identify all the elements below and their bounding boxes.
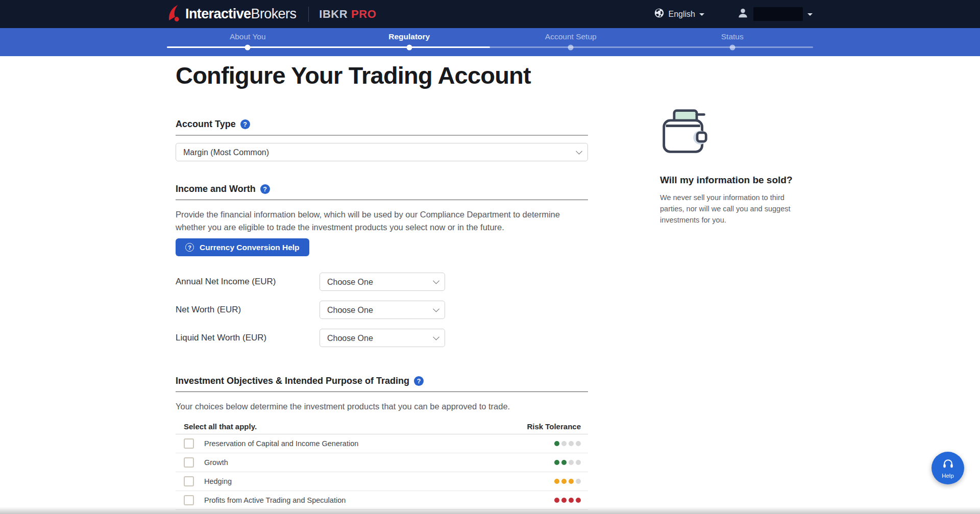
objective-label: Growth — [204, 458, 228, 467]
step-status[interactable]: Status — [721, 32, 744, 41]
risk-dot — [576, 441, 581, 446]
field-label: Annual Net Income (EUR) — [176, 277, 320, 287]
objective-row: Preservation of Capital and Income Gener… — [176, 434, 588, 453]
risk-tolerance-dots — [554, 498, 581, 503]
annual-net-income-eur--select[interactable]: Choose One — [320, 273, 445, 291]
currency-conversion-help-button[interactable]: ? Currency Conversion Help — [176, 238, 309, 256]
risk-dot — [561, 441, 567, 446]
income-field-row: Liquid Net Worth (EUR)Choose One — [176, 329, 588, 347]
objectives-section: Investment Objectives & Intended Purpose… — [176, 376, 588, 510]
objectives-table-body: Preservation of Capital and Income Gener… — [176, 434, 588, 510]
objectives-label: Investment Objectives & Intended Purpose… — [176, 376, 409, 386]
risk-dot — [554, 460, 559, 465]
page-title: Configure Your Trading Account — [176, 61, 588, 89]
risk-dot — [561, 479, 567, 484]
step-about-you[interactable]: About You — [230, 32, 266, 41]
language-label: English — [669, 10, 695, 19]
income-worth-help-icon[interactable]: ? — [260, 184, 270, 194]
risk-tolerance-dots — [554, 441, 581, 446]
plan-badge: IBKRPRO — [319, 8, 376, 21]
user-name-redacted — [753, 7, 803, 21]
step-dot — [729, 44, 735, 50]
risk-tolerance-dots — [554, 460, 581, 465]
risk-dot — [569, 498, 574, 503]
objectives-table-header: Select all that apply. Risk Tolerance — [176, 419, 588, 434]
account-type-select[interactable]: Margin (Most Common) — [176, 143, 588, 161]
step-account-setup[interactable]: Account Setup — [545, 32, 597, 41]
risk-dot — [576, 498, 581, 503]
objective-row: Growth — [176, 453, 588, 472]
language-selector[interactable]: English — [654, 8, 704, 20]
objective-row: Profits from Active Trading and Speculat… — [176, 491, 588, 510]
step-regulatory[interactable]: Regulatory — [388, 32, 430, 41]
user-icon — [737, 7, 749, 21]
risk-tolerance-dots — [554, 479, 581, 484]
language-caret-icon — [699, 13, 704, 16]
risk-dot — [554, 498, 559, 503]
risk-dot — [554, 441, 559, 446]
help-button[interactable]: Help — [932, 452, 964, 484]
page-content: Configure Your Trading Account Account T… — [176, 56, 808, 510]
select-all-header: Select all that apply. — [184, 422, 257, 431]
brand-wordmark: InteractiveBrokers — [185, 6, 296, 22]
income-field-row: Net Worth (EUR)Choose One — [176, 301, 588, 319]
top-navbar: InteractiveBrokers IBKRPRO English — [0, 0, 980, 28]
objectives-description: Your choices below determine the investm… — [176, 400, 588, 413]
risk-dot — [576, 479, 581, 484]
risk-dot — [576, 460, 581, 465]
step-dot — [568, 44, 574, 50]
brand-flame-icon — [167, 4, 180, 24]
sidebar-heading: Will my information be sold? — [660, 175, 803, 186]
step-dot — [406, 44, 412, 50]
progress-track: About YouRegulatoryAccount SetupStatus — [167, 46, 813, 48]
income-fields: Annual Net Income (EUR)Choose OneNet Wor… — [176, 273, 588, 347]
objective-checkbox[interactable] — [184, 476, 194, 486]
risk-dot — [561, 498, 567, 503]
help-button-label: Help — [942, 473, 954, 479]
section-divider — [176, 135, 588, 136]
globe-icon — [654, 8, 665, 20]
progress-track-fill — [167, 46, 490, 48]
objectives-help-icon[interactable]: ? — [414, 376, 424, 386]
net-worth-eur--select[interactable]: Choose One — [320, 301, 445, 319]
account-type-section: Account Type ? Margin (Most Common) — [176, 119, 588, 161]
account-type-help-icon[interactable]: ? — [240, 119, 250, 129]
section-divider — [176, 200, 588, 200]
question-circle-icon: ? — [185, 243, 194, 252]
risk-dot — [569, 460, 574, 465]
risk-dot — [561, 460, 567, 465]
interactive-brokers-logo[interactable]: InteractiveBrokers — [167, 4, 296, 24]
account-type-label: Account Type — [176, 119, 236, 130]
objective-checkbox[interactable] — [184, 438, 194, 449]
headset-icon — [942, 457, 954, 472]
field-label: Liquid Net Worth (EUR) — [176, 333, 320, 343]
income-field-row: Annual Net Income (EUR)Choose One — [176, 273, 588, 291]
progress-stepper: About YouRegulatoryAccount SetupStatus — [0, 28, 980, 56]
objective-row: Hedging — [176, 472, 588, 491]
nav-divider — [308, 7, 309, 22]
income-worth-description: Provide the financial information below,… — [176, 208, 588, 234]
step-dot — [245, 44, 251, 50]
account-menu[interactable] — [737, 7, 813, 21]
objective-label: Preservation of Capital and Income Gener… — [204, 439, 358, 448]
risk-dot — [569, 479, 574, 484]
objective-label: Hedging — [204, 477, 232, 485]
account-menu-caret-icon — [807, 13, 813, 16]
objective-checkbox[interactable] — [184, 495, 194, 505]
risk-dot — [554, 479, 559, 484]
income-worth-label: Income and Worth — [176, 184, 256, 194]
objective-checkbox[interactable] — [184, 457, 194, 468]
sidebar-body: We never sell your information to third … — [660, 192, 803, 226]
info-sidebar: Will my information be sold? We never se… — [660, 107, 803, 226]
objectives-table: Select all that apply. Risk Tolerance Pr… — [176, 419, 588, 510]
wallet-icon — [660, 149, 709, 158]
liquid-net-worth-eur--select[interactable]: Choose One — [320, 329, 445, 347]
risk-tolerance-header: Risk Tolerance — [527, 422, 581, 431]
section-divider — [176, 391, 588, 392]
field-label: Net Worth (EUR) — [176, 305, 320, 315]
risk-dot — [569, 441, 574, 446]
income-worth-section: Income and Worth ? Provide the financial… — [176, 184, 588, 347]
objective-label: Profits from Active Trading and Speculat… — [204, 496, 346, 504]
